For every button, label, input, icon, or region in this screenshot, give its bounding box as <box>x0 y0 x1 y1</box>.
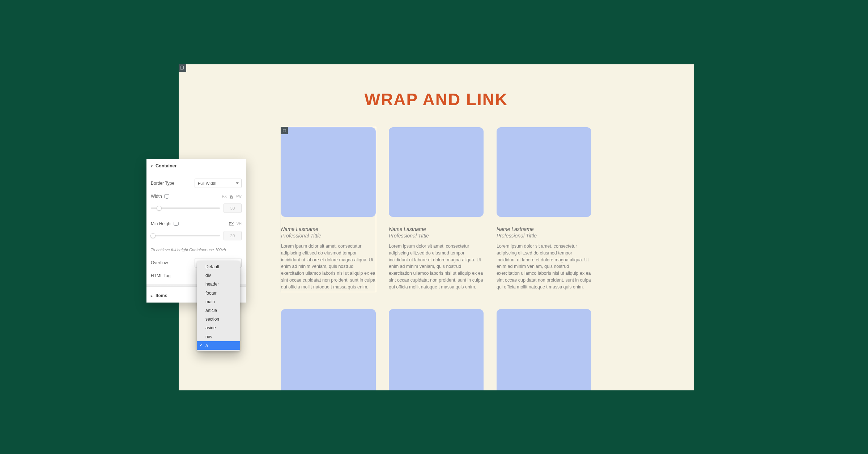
slider-thumb[interactable] <box>150 233 156 238</box>
html-tag-option-default[interactable]: Default <box>197 262 240 271</box>
html-tag-label: HTML Tag <box>151 273 171 278</box>
card[interactable]: Name LastnameProfessional TittleLorem ip… <box>389 127 484 292</box>
min-height-slider[interactable] <box>151 235 220 236</box>
container-handle-icon[interactable] <box>281 127 288 134</box>
unit-vh[interactable]: VH <box>237 222 242 226</box>
card-image <box>281 127 376 217</box>
width-unit-tabs[interactable]: PX%VW <box>222 194 242 198</box>
caret-right-icon: ▸ <box>151 294 153 298</box>
container-section-label: Container <box>156 163 176 168</box>
min-height-label: Min Height <box>151 221 179 226</box>
card-grid: Name LastnameProfessional TittleLorem ip… <box>179 127 694 390</box>
html-tag-option-nav[interactable]: nav <box>197 333 240 341</box>
html-tag-option-header[interactable]: header <box>197 280 240 288</box>
card-description: Lorem ipsum dolor sit amet, consectetur … <box>281 243 376 290</box>
card[interactable]: Name LastnameProfessional TittleLorem ip… <box>497 127 591 292</box>
card[interactable] <box>497 309 591 390</box>
border-type-select[interactable]: Full Width <box>195 179 242 188</box>
html-tag-dropdown[interactable]: Defaultdivheaderfootermainarticlesection… <box>197 261 240 351</box>
card[interactable] <box>281 309 376 390</box>
html-tag-option-footer[interactable]: footer <box>197 289 240 297</box>
caret-down-icon: ▾ <box>151 164 153 168</box>
card-profession: Professional Tittle <box>497 233 591 239</box>
html-tag-option-article[interactable]: article <box>197 306 240 315</box>
min-height-hint: To achieve full height Container use 100… <box>151 245 242 256</box>
html-tag-option-a[interactable]: a <box>197 341 240 350</box>
unit-%[interactable]: % <box>230 194 233 198</box>
card-image <box>389 127 484 217</box>
card[interactable]: Name LastnameProfessional TittleLorem ip… <box>281 127 376 292</box>
panel-section-container[interactable]: ▾ Container <box>146 159 246 173</box>
html-tag-option-main[interactable]: main <box>197 297 240 306</box>
html-tag-option-section[interactable]: section <box>197 315 240 324</box>
width-label: Width <box>151 194 169 199</box>
card[interactable] <box>389 309 484 390</box>
width-slider[interactable] <box>151 207 220 209</box>
items-section-label: Items <box>156 293 167 298</box>
card-name: Name Lastname <box>389 226 484 232</box>
border-type-value: Full Width <box>198 181 216 185</box>
card-image <box>497 127 591 217</box>
svg-rect-1 <box>283 129 285 132</box>
card-name: Name Lastname <box>281 226 376 232</box>
html-tag-option-aside[interactable]: aside <box>197 324 240 332</box>
min-height-unit-tabs[interactable]: PXVH <box>229 222 242 226</box>
html-tag-option-div[interactable]: div <box>197 271 240 280</box>
card-image <box>281 309 376 390</box>
card-name: Name Lastname <box>497 226 591 232</box>
responsive-icon[interactable] <box>174 222 179 226</box>
min-height-input[interactable]: 20 <box>224 231 242 240</box>
card-description: Lorem ipsum dolor sit amet, consectetur … <box>389 243 484 290</box>
width-input[interactable]: 30 <box>224 204 242 213</box>
border-type-label: Border Type <box>151 181 174 186</box>
card-profession: Professional Tittle <box>389 233 484 239</box>
svg-rect-0 <box>180 66 183 69</box>
section-handle-icon[interactable] <box>179 64 186 72</box>
slider-thumb[interactable] <box>157 206 162 211</box>
unit-px[interactable]: PX <box>222 194 227 198</box>
page-title: WRAP AND LINK <box>179 90 694 109</box>
overflow-label: Overflow <box>151 260 168 265</box>
card-image <box>389 309 484 390</box>
card-description: Lorem ipsum dolor sit amet, consectetur … <box>497 243 591 290</box>
page-canvas[interactable]: WRAP AND LINK Name LastnameProfessional … <box>179 64 694 390</box>
card-profession: Professional Tittle <box>281 233 376 239</box>
unit-px[interactable]: PX <box>229 222 234 226</box>
responsive-icon[interactable] <box>164 194 169 198</box>
card-image <box>497 309 591 390</box>
unit-vw[interactable]: VW <box>236 194 242 198</box>
